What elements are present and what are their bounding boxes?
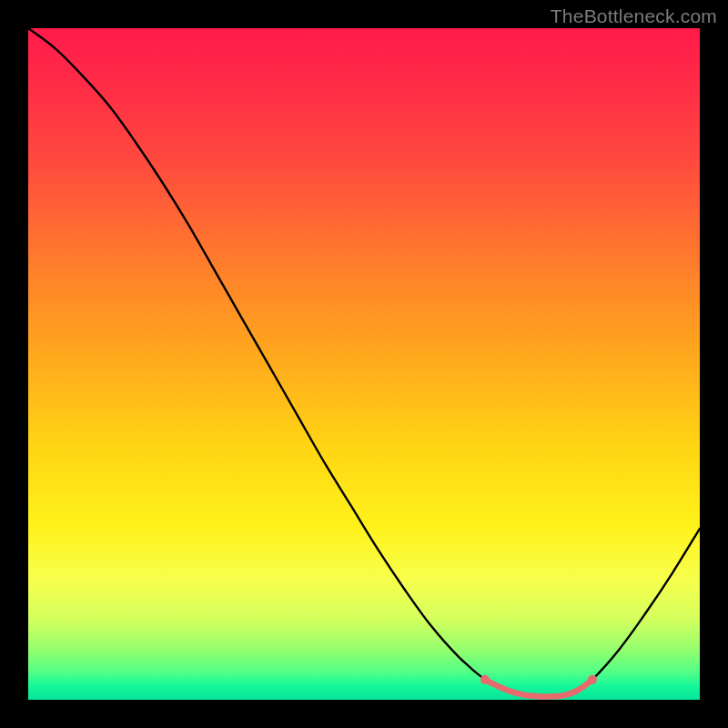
valley-dot-start	[480, 675, 490, 684]
valley-highlight	[485, 680, 592, 697]
watermark-text: TheBottleneck.com	[551, 5, 717, 27]
plot-area	[28, 28, 700, 700]
curve-svg	[28, 28, 700, 700]
bottleneck-curve	[28, 28, 700, 697]
valley-dot-end	[588, 675, 597, 684]
chart-stage: TheBottleneck.com	[0, 0, 728, 728]
